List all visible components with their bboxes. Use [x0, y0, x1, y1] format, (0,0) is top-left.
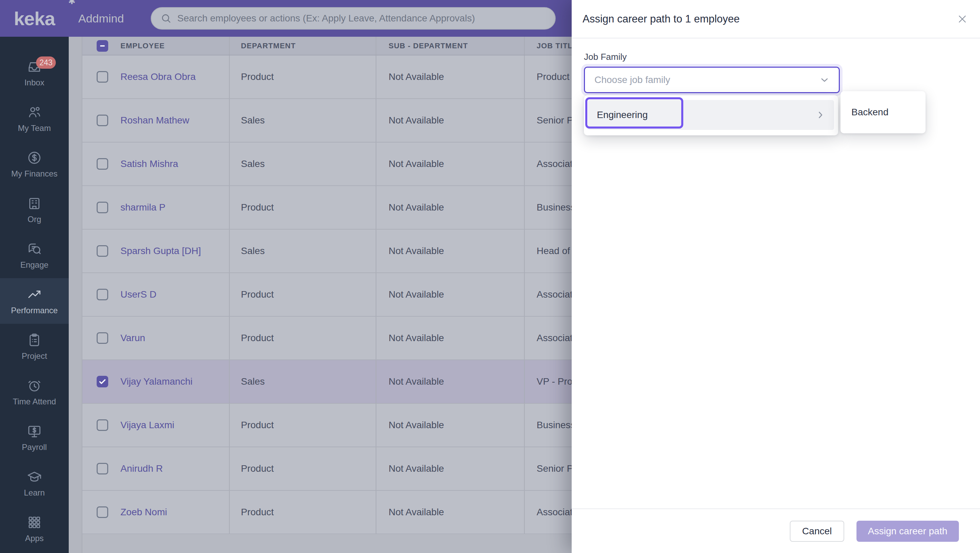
project-icon	[27, 332, 42, 348]
sidebar-item-engage[interactable]: Engage	[0, 233, 69, 278]
team-icon	[27, 105, 42, 120]
row-checkbox[interactable]	[97, 245, 108, 257]
sidebar-item-label: Inbox	[24, 78, 45, 87]
sidebar-item-apps[interactable]: Apps	[0, 506, 69, 551]
department-cell: Sales	[241, 115, 265, 126]
employee-name-link[interactable]: Sparsh Gupta [DH]	[121, 246, 201, 256]
table-row: Vijaya LaxmiProductNot AvailableBusiness…	[82, 404, 572, 447]
sub-department-cell: Not Available	[388, 202, 444, 213]
job-family-submenu: Backend	[840, 91, 926, 133]
employee-name-link[interactable]: Satish Mishra	[121, 159, 178, 169]
apps-icon	[27, 515, 42, 530]
department-cell: Product	[241, 420, 274, 431]
row-checkbox[interactable]	[97, 114, 108, 126]
panel-footer: Cancel Assign career path	[572, 509, 980, 553]
row-checkbox[interactable]	[97, 420, 108, 431]
employee-name-link[interactable]: Anirudh R	[121, 463, 163, 474]
sidebar-item-label: Time Attend	[13, 397, 56, 407]
sidebar-item-label: My Team	[18, 124, 51, 133]
cancel-button[interactable]: Cancel	[790, 521, 844, 542]
employee-name-link[interactable]: Vijay Yalamanchi	[121, 376, 192, 387]
job-family-placeholder: Choose job family	[595, 75, 670, 85]
sub-department-cell: Not Available	[388, 115, 444, 126]
dropdown-item-label: Engineering	[597, 110, 648, 121]
department-cell: Product	[241, 333, 274, 343]
job-title-cell: Business D	[537, 202, 572, 213]
sidebar-nav: 243InboxMy TeamMy FinancesOrgEngagePerfo…	[0, 37, 69, 553]
job-title-cell: VP - Produ	[537, 376, 572, 387]
table-row: Vijay YalamanchiSalesNot AvailableVP - P…	[82, 360, 572, 404]
row-checkbox[interactable]	[97, 158, 108, 170]
department-cell: Product	[241, 507, 274, 518]
sidebar-item-my-finances[interactable]: My Finances	[0, 141, 69, 187]
payroll-icon	[27, 423, 42, 439]
engage-icon	[27, 241, 42, 257]
sidebar-item-org[interactable]: Org	[0, 187, 69, 233]
sub-department-cell: Not Available	[388, 376, 444, 387]
employee-table: EMPLOYEE DEPARTMENT SUB - DEPARTMENT JOB…	[82, 37, 572, 553]
global-search-input[interactable]: Search employees or actions (Ex: Apply L…	[151, 7, 556, 30]
sidebar-item-payroll[interactable]: Payroll	[0, 415, 69, 461]
row-checkbox[interactable]	[97, 463, 108, 474]
finances-icon	[27, 150, 42, 165]
department-cell: Product	[241, 202, 274, 213]
employee-name-link[interactable]: Zoeb Nomi	[121, 507, 167, 518]
employee-name-link[interactable]: Reesa Obra Obra	[121, 72, 196, 82]
assign-career-path-button[interactable]: Assign career path	[856, 521, 959, 542]
search-icon	[160, 13, 172, 24]
sidebar-item-label: Project	[22, 351, 47, 361]
table-row: Satish MishraSalesNot AvailableAssociate	[82, 143, 572, 186]
column-header-department: DEPARTMENT	[241, 41, 296, 50]
row-checkbox[interactable]	[97, 376, 108, 388]
department-cell: Product	[241, 289, 274, 300]
sidebar-item-my-team[interactable]: My Team	[0, 96, 69, 141]
row-checkbox[interactable]	[97, 289, 108, 300]
department-cell: Sales	[241, 376, 265, 387]
keka-logo[interactable]: keka ✱	[0, 0, 69, 37]
employee-name-link[interactable]: Varun	[121, 333, 145, 343]
dropdown-item-engineering[interactable]: Engineering	[588, 100, 834, 130]
close-panel-button[interactable]	[955, 11, 970, 27]
employee-name-link[interactable]: sharmila P	[121, 202, 165, 213]
sub-department-cell: Not Available	[388, 420, 444, 431]
column-header-employee: EMPLOYEE	[121, 41, 165, 50]
select-all-checkbox[interactable]	[97, 40, 108, 52]
learn-icon	[27, 469, 42, 485]
job-title-cell: Product M	[537, 72, 572, 82]
row-checkbox[interactable]	[97, 202, 108, 213]
sidebar-item-project[interactable]: Project	[0, 324, 69, 369]
table-row: Reesa Obra ObraProductNot AvailableProdu…	[82, 56, 572, 99]
column-header-job-title: JOB TITLE	[537, 41, 572, 50]
job-family-label: Job Family	[584, 52, 627, 62]
sidebar-item-performance[interactable]: Performance	[0, 278, 69, 324]
job-title-cell: Associate	[537, 507, 572, 518]
submenu-item-backend[interactable]: Backend	[851, 107, 888, 118]
row-checkbox[interactable]	[97, 71, 108, 83]
job-title-cell: Senior Pro	[537, 115, 572, 126]
row-checkbox[interactable]	[97, 332, 108, 344]
sidebar-item-inbox[interactable]: 243Inbox	[0, 50, 69, 96]
employee-name-link[interactable]: Vijaya Laxmi	[121, 420, 174, 431]
job-title-cell: Associate	[537, 159, 572, 169]
row-checkbox[interactable]	[97, 506, 108, 518]
sidebar-item-time-attend[interactable]: Time Attend	[0, 369, 69, 415]
chevron-down-icon	[819, 75, 830, 85]
topbar: keka ✱ Addmind Search employees or actio…	[0, 0, 572, 37]
sidebar-item-learn[interactable]: Learn	[0, 461, 69, 506]
employee-name-link[interactable]: UserS D	[121, 289, 156, 300]
sidebar-item-label: Learn	[24, 488, 45, 497]
job-family-select[interactable]: Choose job family	[584, 67, 840, 93]
time-attend-icon	[27, 378, 42, 394]
sidebar-item-label: My Finances	[11, 169, 57, 178]
chevron-right-icon	[815, 110, 826, 121]
department-cell: Product	[241, 463, 274, 474]
job-title-cell: Associate	[537, 333, 572, 343]
search-placeholder: Search employees or actions (Ex: Apply L…	[177, 13, 475, 24]
sidebar-item-label: Engage	[21, 260, 49, 270]
horizontal-scrollbar[interactable]	[82, 535, 572, 553]
sub-department-cell: Not Available	[388, 159, 444, 169]
employee-name-link[interactable]: Roshan Mathew	[121, 115, 189, 126]
job-title-cell: Associate	[537, 289, 572, 300]
assign-career-path-panel: Assign career path to 1 employee Job Fam…	[572, 0, 980, 553]
department-cell: Product	[241, 72, 274, 82]
